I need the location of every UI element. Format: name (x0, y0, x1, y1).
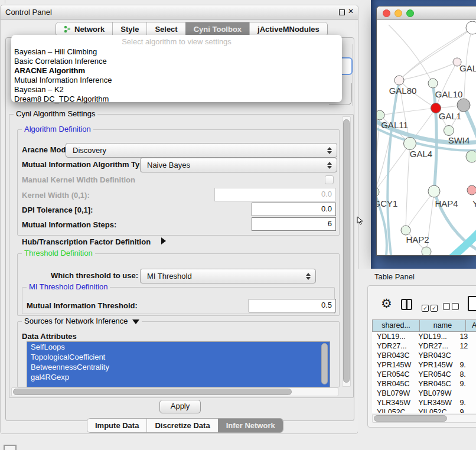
settings-hscrollbar-thumb[interactable] (13, 389, 292, 395)
network-node[interactable] (457, 99, 470, 112)
algorithm-option[interactable]: Bayesian – K2 (11, 85, 342, 94)
minimized-panel-icon[interactable] (4, 445, 17, 450)
expander-right-arrow-icon[interactable] (161, 237, 166, 244)
attributes-list-scrollbar-thumb[interactable] (321, 343, 328, 384)
network-edge-thick[interactable] (387, 80, 399, 255)
network-node-swi4[interactable] (444, 126, 454, 136)
table-row[interactable]: YER054CYER054C8. (372, 370, 476, 379)
mi-threshold-field[interactable]: 0.5 (249, 299, 336, 312)
tab-cyni-toolbox[interactable]: Cyni Toolbox (185, 22, 249, 36)
algorithm-option[interactable]: Dream8 DC_TDC Algorithm (11, 94, 342, 104)
network-node[interactable] (467, 185, 476, 195)
close-icon[interactable]: ✕ (348, 7, 354, 15)
stepper-icon[interactable] (304, 273, 315, 280)
tab-select[interactable]: Select (146, 22, 185, 36)
network-graph: GALGAL80GAL10GAL1GAL11SWI4GAL4GCY1HAP4YH… (377, 20, 476, 255)
new-table-icon[interactable] (468, 296, 476, 311)
stepper-icon[interactable] (325, 162, 337, 169)
expander-down-arrow-icon[interactable] (132, 319, 139, 324)
list-item[interactable]: BetweennessCentrality (27, 362, 330, 372)
network-node[interactable] (466, 151, 476, 162)
minimize-traffic-light[interactable] (395, 9, 402, 17)
sources-group-title[interactable]: Sources for Network Inference (22, 317, 142, 325)
network-node-gal11[interactable] (377, 110, 384, 120)
float-icon[interactable] (339, 9, 345, 15)
column-selector-icon[interactable] (401, 299, 412, 310)
list-item[interactable]: gal4RGexp (27, 372, 330, 382)
table-row[interactable]: YDR27...YDR27...12 (372, 341, 476, 351)
tab-infer-network[interactable]: Infer Network (218, 419, 283, 432)
kernel-width-field[interactable]: 0.0 (214, 188, 336, 201)
network-edge-thick[interactable] (433, 83, 436, 191)
tab-discretize-data[interactable]: Discretize Data (146, 419, 217, 432)
network-edge[interactable] (436, 62, 457, 108)
network-node-gal4[interactable] (404, 138, 416, 150)
settings-vscrollbar-thumb[interactable] (343, 119, 350, 383)
table-row[interactable]: YBR043CYBR043C (372, 351, 476, 360)
network-node-gal80[interactable] (395, 76, 404, 85)
network-edge[interactable] (389, 25, 433, 83)
mi-steps-field[interactable]: 6 (252, 217, 336, 231)
table-row[interactable]: YDL19...YDL19...13 (372, 332, 476, 341)
mouse-cursor (357, 216, 363, 225)
aracne-mode-combobox[interactable]: Discovery (66, 143, 337, 158)
control-panel-titlebar[interactable]: Control Panel ✕ (1, 5, 358, 19)
apply-button[interactable]: Apply (159, 400, 201, 413)
table-row[interactable]: YPR145WYPR145W9. (372, 360, 476, 370)
algorithm-definition-title: Algorithm Definition (22, 125, 93, 133)
list-item[interactable]: SelfLoops (27, 342, 330, 352)
network-node-gal10[interactable] (428, 79, 438, 88)
algorithm-option-selected[interactable]: ARACNE Algorithm (11, 66, 342, 76)
table-row[interactable]: YLR345WYLR345W9. (372, 398, 476, 407)
network-window[interactable]: GALGAL80GAL10GAL1GAL11SWI4GAL4GCY1HAP4YH… (376, 6, 476, 256)
network-canvas[interactable]: GALGAL80GAL10GAL1GAL11SWI4GAL4GCY1HAP4YH… (377, 20, 476, 255)
column-header-name[interactable]: name (420, 319, 466, 332)
mi-algorithm-type-combobox[interactable]: Naive Bayes (140, 158, 337, 172)
select-all-columns-icon[interactable]: ✓✓ (422, 302, 438, 312)
column-header-shared[interactable]: shared... (372, 319, 420, 332)
network-window-titlebar[interactable] (377, 6, 476, 20)
unchecked-box-icon (443, 303, 450, 310)
which-threshold-value: MI Threshold (141, 272, 304, 281)
algorithm-option[interactable]: Basic Correlation Inference (11, 57, 342, 66)
network-node-hap4[interactable] (428, 185, 440, 197)
node-label: HAP4 (435, 198, 458, 208)
table-settings-gear-icon[interactable]: ⚙ (381, 296, 392, 311)
network-edge[interactable] (377, 144, 410, 192)
dpi-tolerance-field[interactable]: 0.0 (252, 203, 336, 216)
settings-vscrollbar[interactable] (342, 116, 351, 387)
settings-hscrollbar[interactable] (11, 387, 338, 396)
tab-style[interactable]: Style (112, 22, 146, 36)
table-row[interactable]: YIL052CYIL052C9. (372, 407, 476, 413)
network-edge-accent[interactable] (445, 230, 476, 255)
algorithm-option[interactable]: Bayesian – Hill Climbing (11, 47, 342, 57)
column-header-clipped[interactable]: A (466, 319, 476, 332)
tab-impute-data[interactable]: Impute Data (87, 419, 146, 432)
hub-factor-expander-label[interactable]: Hub/Transcription Factor Definition (22, 237, 151, 246)
manual-kernel-width-checkbox[interactable] (325, 175, 334, 184)
tab-jactivemnodules[interactable]: jActiveMNodules (249, 22, 327, 36)
algorithm-option[interactable]: Mutual Information Inference (11, 76, 342, 85)
network-node-hap2[interactable] (401, 226, 410, 235)
tab-network-label: Network (74, 23, 105, 36)
cyni-algorithm-settings-title: Cyni Algorithm Settings (14, 110, 97, 118)
network-node[interactable] (466, 21, 476, 34)
table-row[interactable]: YBL079WYBL079W (372, 389, 476, 398)
zoom-traffic-light[interactable] (406, 9, 414, 17)
tab-network[interactable]: Network (56, 22, 112, 36)
tab-discretize-data-label: Discretize Data (155, 419, 210, 432)
network-edge[interactable] (380, 108, 436, 115)
close-traffic-light[interactable] (383, 9, 390, 17)
list-item[interactable]: TopologicalCoefficient (27, 352, 330, 362)
table-hscrollbar-thumb[interactable] (374, 415, 447, 422)
deselect-all-columns-icon[interactable] (443, 302, 459, 312)
table-body[interactable]: YDL19...YDL19...13 YDR27...YDR27...12 YB… (372, 332, 476, 413)
which-threshold-combobox[interactable]: MI Threshold (140, 269, 316, 283)
network-node[interactable] (422, 247, 431, 255)
network-node-gcy1[interactable] (377, 187, 379, 197)
data-attributes-list[interactable]: SelfLoops TopologicalCoefficient Between… (27, 341, 330, 387)
table-row[interactable]: YBR045CYBR045C9. (372, 379, 476, 389)
manual-kernel-width-label: Manual Kernel Width Definition (22, 175, 135, 184)
table-hscrollbar[interactable] (372, 414, 476, 423)
stepper-icon[interactable] (325, 147, 337, 154)
